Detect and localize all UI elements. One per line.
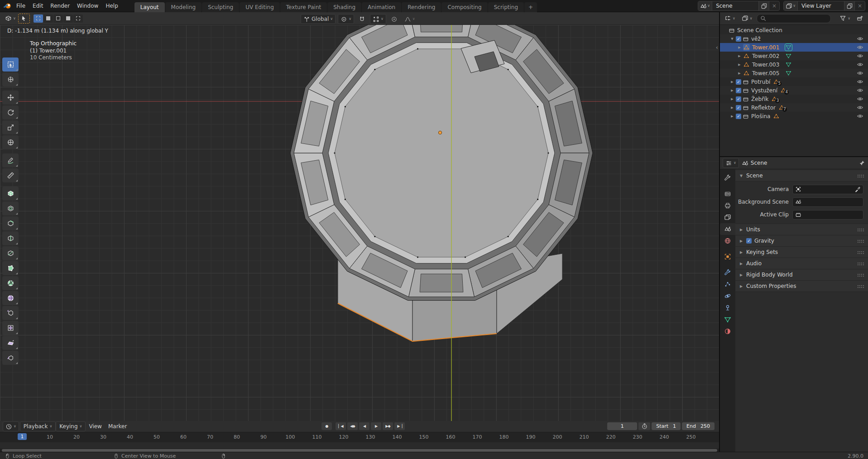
tool-rip-region[interactable] [2, 351, 19, 365]
collection-checkbox[interactable]: ✓ [736, 79, 741, 85]
tab-layout[interactable]: Layout [134, 2, 165, 12]
panel-expander-icon[interactable]: ▶ [739, 228, 743, 232]
tool-shrink-fatten[interactable] [2, 321, 19, 335]
snap-settings-dropdown[interactable]: ∨ [370, 14, 386, 24]
properties-tab-world[interactable] [720, 235, 735, 247]
tool-spin[interactable] [2, 276, 19, 290]
expander-icon[interactable]: ▶ [730, 115, 734, 118]
outliner-item-label[interactable]: Scene Collection [736, 27, 782, 33]
menubar-edit[interactable]: Edit [29, 1, 47, 10]
timeline-editor-type-button[interactable]: ∨ [3, 421, 19, 431]
panel-expander-icon[interactable]: ▶ [739, 250, 743, 254]
tab-add-workspace[interactable]: + [524, 2, 537, 12]
play-reverse-button[interactable]: ◀ [359, 422, 369, 430]
view-layer-name[interactable]: View Layer [798, 3, 844, 9]
frame-start-field[interactable]: Start 1 [652, 422, 681, 430]
collection-checkbox[interactable]: ✓ [736, 114, 741, 119]
tool-bevel[interactable] [2, 216, 19, 230]
panel-grip[interactable] [857, 262, 864, 265]
outliner-row[interactable]: Scene Collection [720, 26, 868, 34]
panel-grip[interactable] [857, 273, 864, 277]
scene-name[interactable]: Scene [712, 3, 758, 9]
play-button[interactable]: ▶ [371, 422, 381, 430]
hide-in-viewport-toggle[interactable] [857, 96, 863, 102]
jump-start-button[interactable]: ▏◀ [336, 422, 346, 430]
menubar-window[interactable]: Window [73, 1, 102, 10]
hide-in-viewport-toggle[interactable] [857, 61, 863, 68]
panel-grip[interactable] [857, 239, 864, 243]
panel-checkbox[interactable]: ✓ [746, 238, 752, 244]
tab-compositing[interactable]: Compositing [441, 2, 487, 12]
properties-editor-type-button[interactable]: ∨ [723, 158, 739, 168]
properties-tab-view-layer[interactable] [720, 211, 735, 223]
collection-checkbox[interactable]: ✓ [736, 88, 741, 93]
expander-icon[interactable]: ▶ [730, 97, 734, 101]
outliner-scene-mode-dropdown[interactable]: ∨ [739, 14, 755, 23]
select-mode-intersect[interactable] [73, 14, 83, 23]
outliner-row[interactable]: ▶✓Plošina [720, 112, 868, 120]
panel-grip[interactable] [857, 285, 864, 288]
outliner-row[interactable]: ▶✓Vystužení4 [720, 86, 868, 95]
panel-audio[interactable]: ▶Audio [735, 258, 868, 269]
tool-inset-faces[interactable] [2, 201, 19, 215]
tab-shading[interactable]: Shading [327, 2, 361, 12]
outliner-row[interactable]: ▶✓Reflektor7 [720, 103, 868, 112]
hide-in-viewport-toggle[interactable] [857, 53, 863, 59]
panel-grip[interactable] [857, 251, 864, 254]
tab-sculpting[interactable]: Sculpting [202, 2, 239, 12]
new-collection-button[interactable] [854, 14, 866, 23]
outliner-item-label[interactable]: věž [750, 36, 761, 42]
viewport-3d[interactable]: D: -1.134 m (1.134 m) along global Y Top… [0, 25, 719, 421]
expander-icon[interactable]: ▶ [737, 72, 742, 75]
select-mode-new[interactable] [34, 14, 43, 23]
outliner-row[interactable]: ▶Tower.003 [720, 60, 868, 69]
current-frame-indicator[interactable]: 1 [18, 433, 27, 440]
tool-measure[interactable] [2, 168, 19, 182]
editor-type-button[interactable]: ∨ [3, 14, 18, 23]
outliner-item-label[interactable]: Tower.005 [751, 70, 779, 76]
expander-icon[interactable]: ▶ [730, 80, 734, 84]
expander-icon[interactable]: ▶ [737, 46, 742, 49]
panel-rigid-body-world[interactable]: ▶Rigid Body World [735, 269, 868, 281]
properties-tab-tool[interactable] [720, 172, 735, 184]
outliner-search-input[interactable] [757, 14, 831, 23]
tool-cursor[interactable] [2, 72, 19, 86]
panel-gravity[interactable]: ▶✓Gravity [735, 235, 868, 247]
scene-selector-icon[interactable]: ∨ [698, 1, 712, 10]
tool-poly-build[interactable] [2, 261, 19, 275]
tab-rendering[interactable]: Rendering [402, 2, 441, 12]
tab-modeling[interactable]: Modeling [165, 2, 202, 12]
properties-tab-physics[interactable] [720, 290, 735, 302]
expander-icon[interactable]: ▼ [730, 37, 734, 41]
properties-tab-material[interactable] [720, 325, 735, 337]
panel-units[interactable]: ▶Units [735, 224, 868, 235]
frame-end-field[interactable]: End 250 [682, 422, 715, 430]
select-mode-invert[interactable] [63, 14, 73, 23]
field-input-background-scene[interactable] [792, 197, 863, 207]
panel-expander-icon[interactable]: ▶ [739, 284, 743, 288]
pin-icon[interactable] [858, 160, 865, 167]
timeline-ruler[interactable]: 1 10203040506070809010011012013014015016… [0, 432, 719, 442]
timeline-menu-marker[interactable]: Marker [105, 422, 130, 430]
hide-in-viewport-toggle[interactable] [857, 70, 863, 76]
panel-expander-icon[interactable]: ▶ [739, 262, 743, 266]
panel-expander-icon[interactable]: ▶ [739, 239, 743, 243]
tool-rotate[interactable] [2, 105, 19, 120]
outliner-item-label[interactable]: Tower.001 [751, 44, 779, 51]
hide-in-viewport-toggle[interactable] [857, 44, 863, 51]
tab-texture-paint[interactable]: Texture Paint [280, 2, 327, 12]
prev-keyframe-button[interactable]: ◀◆ [347, 422, 358, 430]
tool-add-cube[interactable] [2, 186, 19, 201]
tab-animation[interactable]: Animation [362, 2, 401, 12]
proportional-editing-toggle[interactable] [388, 14, 400, 24]
snap-toggle[interactable] [356, 14, 368, 24]
timeline-menu-keying[interactable]: Keying∨ [56, 421, 86, 431]
outliner-item-label[interactable]: Vystužení [750, 87, 777, 94]
menubar-render[interactable]: Render [47, 1, 73, 10]
use-preview-range-button[interactable] [638, 422, 650, 430]
properties-tab-modifiers[interactable] [720, 267, 735, 278]
field-input-active-clip[interactable] [792, 210, 863, 220]
hide-in-viewport-toggle[interactable] [857, 113, 863, 120]
auto-key-button[interactable]: ● [321, 422, 332, 430]
expander-icon[interactable]: ▶ [737, 54, 742, 58]
